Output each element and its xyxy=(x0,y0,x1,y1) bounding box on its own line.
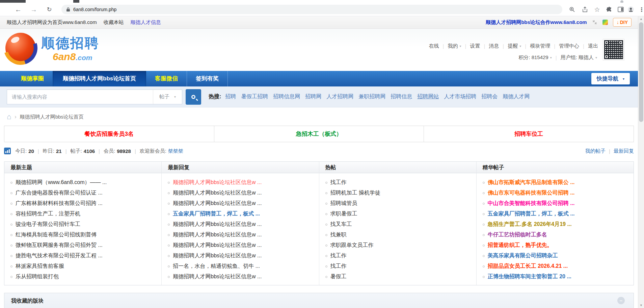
topic-link[interactable]: 招普通纺织工，熟手优先。 xyxy=(488,242,553,249)
browser-menu-icon[interactable]: ⋮ xyxy=(637,3,644,16)
back-icon[interactable]: ← xyxy=(14,3,23,16)
topic-link[interactable]: 找工作 xyxy=(330,252,347,259)
shrink-arrows-icon[interactable] xyxy=(592,20,597,25)
user-menu-link[interactable]: 在线 xyxy=(429,43,439,49)
user-menu-link[interactable]: 模块管理 xyxy=(530,43,550,49)
topic-link[interactable]: 顺德招聘人才网bbs论坛社区信息w ... xyxy=(173,200,262,207)
quick-nav-button[interactable]: 快捷导航 ▾ xyxy=(591,73,630,84)
topic-link[interactable]: 容桂招聘生产工，注塑开机 xyxy=(16,210,80,217)
search-scope-dropdown[interactable]: 帖子 ▾ xyxy=(153,90,182,104)
nav-tab[interactable]: 顺德招聘人才网bbs论坛首页 xyxy=(53,71,146,86)
page-scrollbar[interactable]: ▲ ▼ xyxy=(638,16,644,308)
search-button[interactable] xyxy=(186,89,201,105)
topic-link[interactable]: 顺德招聘人才网bbs论坛社区信息w ... xyxy=(173,252,262,259)
user-stat-link[interactable]: 积分: 815429 xyxy=(518,54,548,61)
topic-link[interactable]: 找叉车工 xyxy=(330,221,352,228)
topic-link[interactable]: 捷胜电气技术有限公司招开发工程 ... xyxy=(16,252,103,259)
hot-search-link[interactable]: 暑假工招聘 xyxy=(241,93,268,100)
topic-link[interactable]: 骏业电子有限公司招针车工 xyxy=(16,221,80,228)
set-home-link[interactable]: 顺德人才招聘网设为首页www.6an8.com xyxy=(7,19,97,26)
collapse-button[interactable]: – xyxy=(617,297,625,304)
chevron-down-icon[interactable]: ▾ xyxy=(595,56,597,59)
user-menu-link[interactable]: 消息 xyxy=(489,43,499,49)
promo-banner[interactable]: 餐饮店招服务员3名 xyxy=(4,126,214,142)
my-posts-link[interactable]: 我的帖子 xyxy=(585,148,606,154)
hot-search-link[interactable]: 招聘信息 xyxy=(391,93,412,100)
promo-banner[interactable]: 招聘车位工 xyxy=(424,126,634,142)
chevron-down-icon[interactable]: ▾ xyxy=(460,44,461,48)
topic-link[interactable]: 求职跟单文员工作 xyxy=(330,242,374,249)
side-panel-icon[interactable] xyxy=(616,3,625,16)
topic-link[interactable]: 暑假工 xyxy=(330,273,347,280)
nav-tab[interactable]: 顺德掌圈 xyxy=(12,71,53,86)
topic-link[interactable]: 佛山市拓斯威汽车用品制造有限公 ... xyxy=(488,179,575,186)
hot-search-link[interactable]: 顺德人才网 xyxy=(503,93,530,100)
extensions-puzzle-icon[interactable] xyxy=(605,3,614,16)
topic-link[interactable]: 广东合捷电器股份有限公司招认证 ... xyxy=(16,189,103,197)
topic-link[interactable]: 求职暑假工 xyxy=(330,210,357,217)
zoom-icon[interactable] xyxy=(568,3,576,16)
user-stat-link[interactable]: 用户组: 顺德人 xyxy=(561,54,594,61)
scroll-down-icon[interactable]: ▼ xyxy=(638,303,644,308)
topic-link[interactable]: 牛仔工艺坊招临时工多名 xyxy=(488,231,547,238)
topic-link[interactable]: 顺德招聘人才网bbs论坛社区信息w ... xyxy=(173,179,262,186)
topic-link[interactable]: 广东榕林新材料科技有限公司招跨 ... xyxy=(16,200,103,207)
profile-avatar-icon[interactable] xyxy=(626,3,635,16)
bookmark-star-icon[interactable]: ☆ xyxy=(593,3,601,16)
topic-link[interactable]: 找兼职 xyxy=(330,231,347,238)
topic-link[interactable]: 顺德招聘人才网bbs论坛社区信息w ... xyxy=(173,273,262,280)
share-icon[interactable] xyxy=(581,3,589,16)
topic-link[interactable]: 招一名，水台，精通切鲩鱼、切牛 ... xyxy=(173,263,260,270)
reload-icon[interactable]: ↻ xyxy=(45,3,54,16)
home-icon[interactable]: ⌂ xyxy=(7,113,11,121)
hot-search-link[interactable]: 人才市场招聘 xyxy=(444,93,476,100)
topic-link[interactable]: 美高乐家具有限公司招聘杂工 xyxy=(488,252,558,259)
scrollbar-thumb[interactable] xyxy=(639,22,643,122)
latest-reply-link[interactable]: 最新回复 xyxy=(614,148,634,154)
forward-icon[interactable]: → xyxy=(29,3,38,16)
user-menu-link[interactable]: 我的 xyxy=(448,43,458,49)
topic-link[interactable]: 顺德招聘人才网bbs论坛社区信息w ... xyxy=(173,242,262,249)
diy-button[interactable]: ↓ DIY xyxy=(613,18,632,27)
topic-link[interactable]: 中山市合美智能科技有限公司招聘 ... xyxy=(488,200,575,207)
active-tab[interactable] xyxy=(26,0,73,3)
topic-link[interactable]: 红海模具制造有限公司招线割普傅 xyxy=(16,231,97,238)
user-menu-link[interactable]: 提醒 xyxy=(508,43,518,49)
chevron-down-icon[interactable]: ▾ xyxy=(519,44,521,48)
stat-value[interactable]: 桀桀桀 xyxy=(168,148,183,154)
search-input[interactable] xyxy=(7,90,153,104)
topic-link[interactable]: 找工作 xyxy=(330,263,347,270)
nav-tab[interactable]: 签到有奖 xyxy=(187,71,228,86)
promo-banner[interactable]: 急招木工（板式） xyxy=(214,126,424,142)
hot-search-link[interactable]: 招聘网 xyxy=(305,93,321,100)
topic-link[interactable]: 佛山市东可电器科技有限公司招聘 ... xyxy=(488,189,575,197)
topic-link[interactable]: 正博生物招聘车间主管和普工 20 ... xyxy=(488,273,571,280)
topic-link[interactable]: 招聘城管员 xyxy=(330,200,357,207)
topic-link[interactable]: 急招生产普工.多名 2026年4月19 ... xyxy=(488,221,572,228)
topic-link[interactable]: 乐从招聘组装打包 xyxy=(16,273,59,280)
topic-link[interactable]: 微鲜物互联网服务有限公司招外贸 ... xyxy=(16,242,103,249)
address-bar[interactable]: 6an8.com/forum.php xyxy=(61,5,562,14)
topic-link[interactable]: 林派家具招售前客服 xyxy=(16,263,64,270)
topic-link[interactable]: 顺德招聘人才网bbs论坛社区信息w ... xyxy=(173,221,262,228)
user-menu-link[interactable]: 管理中心 xyxy=(559,43,579,49)
user-menu-link[interactable]: 设置 xyxy=(470,43,480,49)
url-text[interactable]: 6an8.com/forum.php xyxy=(73,7,116,12)
hot-search-link[interactable]: 人才招聘网 xyxy=(326,93,353,100)
topic-link[interactable]: 顺德招聘人才网bbs论坛社区信息w ... xyxy=(173,189,262,197)
topic-link[interactable]: 招聘机加工 操机学徒 xyxy=(330,189,380,197)
topic-link[interactable]: 招甜品店女员工长工 2026.4.21 ... xyxy=(488,263,568,270)
hot-search-link[interactable]: 招聘网站 xyxy=(417,93,439,100)
favorite-site-link[interactable]: 收藏本站 xyxy=(104,19,124,26)
talent-info-link[interactable]: 顺德人才信息 xyxy=(131,19,161,26)
topic-link[interactable]: 找工作 xyxy=(330,179,347,186)
hot-search-link[interactable]: 兼职招聘网 xyxy=(358,93,385,100)
nav-tab[interactable]: 客服微信 xyxy=(146,71,187,86)
scroll-up-icon[interactable]: ▲ xyxy=(638,16,644,22)
topic-link[interactable]: 五金家具厂招聘普工，焊工，板式 ... xyxy=(488,210,575,217)
hot-search-link[interactable]: 招聘 xyxy=(225,93,236,100)
bbs-coop-link[interactable]: 顺德人才招聘网bbs论坛合作www.6an8.com xyxy=(486,19,587,26)
topic-link[interactable]: 五金家具厂招聘普工，焊工，板式 ... xyxy=(173,210,260,217)
topic-link[interactable]: 顺德招聘网（www.6an8.com）—— ... xyxy=(16,179,107,186)
theme-palette-icon[interactable] xyxy=(602,20,608,25)
